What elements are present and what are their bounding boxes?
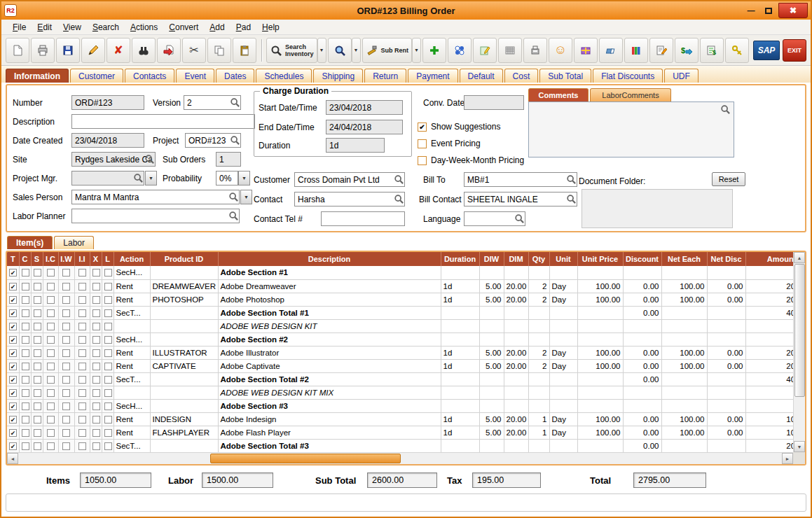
bill-to-lookup-icon[interactable] (566, 174, 576, 184)
cell-unit-price[interactable] (577, 266, 623, 279)
row-checkbox-i-w[interactable] (62, 349, 70, 357)
vertical-scrollbar[interactable]: ▲ ▼ (793, 252, 805, 452)
end-date-field[interactable]: 24/04/2018 (326, 120, 403, 134)
reset-button[interactable]: Reset (712, 172, 745, 186)
cell-qty[interactable]: 2 (528, 293, 549, 306)
row-checkbox-x[interactable] (92, 363, 100, 370)
cell-net-disc[interactable] (707, 372, 745, 386)
menu-help[interactable]: Help (256, 21, 285, 34)
cell-qty[interactable] (528, 372, 549, 386)
cell-net-disc[interactable] (707, 306, 745, 319)
row-checkbox-c[interactable] (22, 283, 29, 290)
site-lookup-icon[interactable] (144, 154, 154, 164)
row-checkbox-i-c[interactable] (47, 349, 55, 357)
customer-field[interactable]: Cross Domain Pvt Ltd (294, 172, 405, 187)
description-field[interactable] (71, 114, 255, 129)
cell-amount[interactable]: 200.00 (745, 293, 793, 306)
row-checkbox-i-c[interactable] (47, 323, 55, 330)
cell-unit-price[interactable]: 100.00 (577, 346, 623, 359)
cell-description[interactable]: Adobe Section Total #1 (218, 306, 441, 319)
start-date-field[interactable]: 23/04/2018 (326, 100, 403, 115)
cell-net-each[interactable] (661, 439, 707, 452)
cell-qty[interactable]: 2 (528, 359, 549, 372)
row-checkbox-t[interactable] (9, 442, 17, 450)
tab-udf[interactable]: UDF (664, 69, 699, 83)
cell-action[interactable]: SecT... (113, 439, 150, 452)
reports-books-button[interactable] (624, 38, 648, 63)
cell-amount[interactable]: 200.00 (745, 439, 793, 452)
row-checkbox-x[interactable] (92, 349, 100, 357)
row-checkbox-s[interactable] (34, 336, 41, 344)
tab-return[interactable]: Return (364, 69, 406, 83)
col-unit-price[interactable]: Unit Price (577, 252, 623, 266)
contact-lookup-icon[interactable] (394, 194, 404, 204)
col-diw[interactable]: DIW (479, 252, 504, 266)
row-checkbox-c[interactable] (22, 429, 29, 437)
add-item-button[interactable] (422, 38, 446, 63)
paste-button[interactable] (233, 38, 256, 63)
comments-textarea[interactable] (528, 102, 734, 158)
row-checkbox-i-w[interactable] (62, 389, 70, 397)
row-checkbox-x[interactable] (92, 429, 100, 437)
cell-unit[interactable] (549, 319, 577, 332)
cell-action[interactable] (113, 386, 150, 399)
sub-rent-dropdown[interactable]: ▼ (412, 38, 421, 63)
cell-qty[interactable] (528, 439, 549, 452)
menu-view[interactable]: View (57, 21, 87, 34)
cell-action[interactable]: Rent (113, 346, 150, 359)
find-button[interactable] (132, 38, 156, 63)
row-checkbox-x[interactable] (92, 269, 100, 276)
row-checkbox-i-c[interactable] (47, 309, 55, 317)
row-checkbox-t[interactable] (9, 402, 17, 410)
cell-unit-price[interactable] (577, 399, 623, 412)
cell-unit[interactable] (549, 306, 577, 319)
tab-dates[interactable]: Dates (216, 69, 254, 83)
row-checkbox-s[interactable] (34, 442, 41, 450)
cell-diw[interactable] (479, 306, 504, 319)
col-description[interactable]: Description (218, 252, 441, 266)
cell-product-id[interactable] (150, 332, 218, 346)
row-checkbox-s[interactable] (34, 309, 41, 317)
conv-date-field[interactable] (464, 95, 524, 110)
cell-action[interactable]: SecT... (113, 306, 150, 319)
tab-customer[interactable]: Customer (70, 69, 123, 83)
labor-planner-field[interactable] (71, 209, 240, 223)
cell-unit[interactable]: Day (549, 359, 577, 372)
cell-diw[interactable]: 5.00 (479, 279, 504, 293)
cell-diw[interactable] (479, 319, 504, 332)
tab-contacts[interactable]: Contacts (125, 69, 174, 83)
horizontal-scrollbar[interactable]: ◄ ► (7, 452, 793, 464)
delete-button[interactable]: ✘ (106, 38, 130, 63)
cell-dim[interactable]: 20.00 (504, 346, 528, 359)
cell-product-id[interactable] (150, 399, 218, 412)
scroll-up-button[interactable]: ▲ (794, 252, 805, 263)
number-field[interactable]: ORD#123 (71, 95, 144, 110)
row-checkbox-i-c[interactable] (47, 269, 55, 276)
row-checkbox-x[interactable] (92, 309, 100, 317)
cell-qty[interactable]: 1 (528, 426, 549, 439)
cell-duration[interactable]: 1d (441, 279, 479, 293)
cell-discount[interactable]: 0.00 (623, 372, 661, 386)
cell-amount[interactable]: 100.00 (745, 426, 793, 439)
row-checkbox-i-w[interactable] (62, 376, 70, 384)
row-checkbox-x[interactable] (92, 402, 100, 410)
cell-product-id[interactable]: PHOTOSHOP (150, 293, 218, 306)
cell-action[interactable]: SecT... (113, 372, 150, 386)
cell-unit[interactable]: Day (549, 412, 577, 426)
row-checkbox-c[interactable] (22, 269, 29, 276)
cell-dim[interactable]: 20.00 (504, 293, 528, 306)
site-field[interactable]: Rydges Lakeside Ca (71, 152, 156, 167)
row-checkbox-i-i[interactable] (78, 416, 86, 424)
quick-find-dropdown[interactable]: ▼ (352, 38, 361, 63)
cell-diw[interactable]: 5.00 (479, 412, 504, 426)
cell-amount[interactable]: 200.00 (745, 359, 793, 372)
row-checkbox-l[interactable] (104, 323, 112, 330)
menu-edit[interactable]: Edit (32, 21, 57, 34)
cell-diw[interactable] (479, 332, 504, 346)
tab-flat-discounts[interactable]: Flat Discounts (593, 69, 663, 83)
cell-action[interactable]: Rent (113, 412, 150, 426)
cell-net-disc[interactable] (707, 439, 745, 452)
row-checkbox-x[interactable] (92, 323, 100, 330)
scroll-right-button[interactable]: ► (782, 453, 793, 464)
row-checkbox-i-w[interactable] (62, 442, 70, 450)
